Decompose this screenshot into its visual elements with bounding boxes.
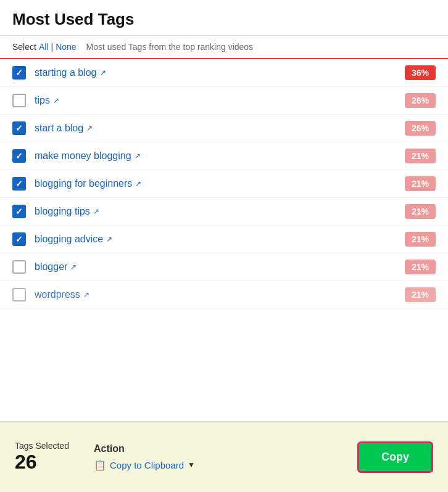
clipboard-icon: 📋 [94,459,106,471]
tags-selected-label: Tags Selected [15,441,69,451]
copy-to-clipboard-label: Copy to Clipboard [110,460,184,470]
external-link-icon: ↗ [86,124,93,133]
select-label: Select [12,42,36,52]
dropdown-arrow-icon: ▼ [188,461,195,469]
tag-checkbox[interactable] [12,121,26,135]
tag-name: wordpress ↗ [35,289,405,300]
tag-name: tips ↗ [35,95,405,106]
select-all-link[interactable]: All [39,42,49,52]
external-link-icon: ↗ [135,152,141,160]
external-link-icon: ↗ [106,235,112,244]
tag-row[interactable]: blogging tips ↗21% [0,198,448,226]
tag-row[interactable]: blogger ↗21% [0,253,448,281]
tag-checkbox[interactable] [12,205,26,218]
subheader-description: Most used Tags from the top ranking vide… [86,42,254,52]
tags-selected-count: 26 [15,451,69,474]
subheader: Select All | None Most used Tags from th… [0,36,448,59]
tag-checkbox[interactable] [12,260,26,274]
tag-checkbox[interactable] [12,149,26,163]
tag-percent: 21% [405,260,436,274]
tag-name: start a blog ↗ [35,123,405,134]
tag-row[interactable]: start a blog ↗26% [0,115,448,142]
tag-name: make money blogging ↗ [35,150,405,162]
copy-to-clipboard-button[interactable]: 📋 Copy to Clipboard ▼ [94,459,195,471]
external-link-icon: ↗ [53,96,59,105]
tag-row[interactable]: blogging advice ↗21% [0,226,448,253]
tag-checkbox[interactable] [12,66,26,80]
tag-row[interactable]: wordpress ↗21% [0,281,448,309]
tag-name: blogging for beginners ↗ [35,178,405,189]
tags-selected-block: Tags Selected 26 [15,441,69,474]
copy-button[interactable]: Copy [357,441,433,473]
tag-percent: 26% [405,121,436,136]
external-link-icon: ↗ [135,179,141,188]
tags-list: starting a blog ↗36%tips ↗26%start a blo… [0,59,448,405]
tag-percent: 36% [405,65,436,80]
select-divider: | [51,42,53,52]
tag-name: starting a blog ↗ [35,67,405,78]
tag-row[interactable]: make money blogging ↗21% [0,142,448,170]
page-title: Most Used Tags [12,10,436,29]
external-link-icon: ↗ [100,68,106,77]
tag-checkbox[interactable] [12,232,26,246]
tag-percent: 21% [405,287,436,302]
tag-name: blogging tips ↗ [35,206,405,217]
tag-percent: 21% [405,232,436,247]
header: Most Used Tags [0,0,448,36]
action-label: Action [94,443,195,454]
tag-percent: 21% [405,149,436,163]
tag-row[interactable]: starting a blog ↗36% [0,59,448,87]
tag-checkbox[interactable] [12,288,26,301]
tag-percent: 21% [405,204,436,219]
tag-row[interactable]: tips ↗26% [0,87,448,115]
external-link-icon: ↗ [93,207,99,216]
footer: Tags Selected 26 Action 📋 Copy to Clipbo… [0,421,448,492]
tag-checkbox[interactable] [12,177,26,191]
select-none-link[interactable]: None [56,42,76,52]
tag-percent: 26% [405,93,436,108]
tag-name: blogging advice ↗ [35,234,405,245]
action-block: Action 📋 Copy to Clipboard ▼ [94,443,195,471]
tag-checkbox[interactable] [12,94,26,107]
tag-row[interactable]: blogging for beginners ↗21% [0,170,448,198]
external-link-icon: ↗ [83,290,89,299]
external-link-icon: ↗ [70,263,77,271]
tag-percent: 21% [405,176,436,191]
tag-name: blogger ↗ [35,261,405,273]
